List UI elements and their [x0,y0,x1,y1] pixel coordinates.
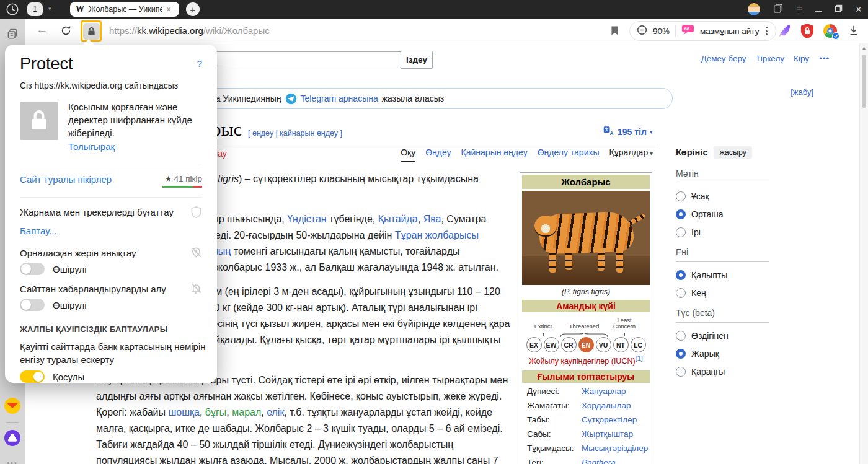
adblock-settings-link[interactable]: Баптау... [20,225,57,236]
svg-text:66: 66 [684,26,689,32]
article-link[interactable]: шошқа [168,407,199,418]
profile-avatar[interactable] [748,3,760,15]
collections-icon[interactable] [773,2,784,16]
article-link[interactable]: Қытайда [378,214,418,224]
reload-icon[interactable] [60,25,72,39]
menu-icon[interactable]: ≡ [796,4,802,14]
radio-button[interactable] [676,209,686,219]
telegram-link[interactable]: Telegram арнасына [301,94,378,103]
status-link[interactable]: Жойылу қаупіндегілер (IUCN) [529,357,635,366]
tab-panels-icon[interactable] [4,26,20,42]
header-link[interactable]: Кіру [794,54,809,63]
tab-close-icon[interactable]: × [166,5,171,14]
radio-option[interactable]: Орташа [676,209,769,219]
radio-button[interactable] [676,227,686,237]
zoom-out-icon[interactable] [637,25,647,38]
radio-label: Жарық [691,349,719,359]
taxonomy-value[interactable]: Мысықтәрізділер [582,444,648,453]
radio-button[interactable] [676,191,686,201]
site-lock-icon[interactable] [83,23,100,40]
back-icon[interactable]: ← [36,23,48,37]
restore-icon[interactable] [835,4,843,15]
radio-option[interactable]: Өздігінен [676,331,769,341]
radio-option[interactable]: Қараңғы [676,367,769,377]
browser-sync-icon[interactable] [823,24,837,38]
wiki-search-button[interactable]: Іздеу [401,51,433,69]
appearance-hide-button[interactable]: жасыру [714,146,752,159]
article-link[interactable]: Үндістан [287,214,327,224]
history-icon[interactable] [6,2,19,19]
site-rating[interactable]: ★41 пікір [165,174,202,183]
minimize-icon[interactable] [814,4,822,15]
scroll-up-arrow[interactable]: ▲ [860,45,868,51]
taxonomy-value[interactable]: Жыртқыштар [582,429,633,439]
wiki-more-options[interactable]: ••• [819,54,830,63]
address-bar[interactable]: https://kk.wikipedia.org/wiki/Жолбарыс [109,25,270,36]
status-label-extinct: Extinct [528,323,558,330]
bank-warning-toggle[interactable] [20,370,45,383]
location-toggle[interactable] [20,263,45,275]
taxobox: Жолбарыс (P. tigris tigris) Амандық күйі… [520,172,652,464]
title-edit-links[interactable]: [ өңдеу | қайнарын өңдеу ] [248,129,342,138]
radio-button[interactable] [676,270,686,280]
page-scrollbar[interactable]: ▲ [859,43,868,464]
taxonomy-label: Тегі: [527,458,582,464]
radio-option[interactable]: Қалыпты [676,270,769,280]
taxonomy-value[interactable]: Сүтқоректілер [582,415,637,424]
scroll-thumb[interactable] [862,55,866,108]
pill-more-icon[interactable] [764,27,769,35]
taxonomy-label: Табы: [527,415,582,424]
read-aloud-button[interactable]: мазмұнын айту [700,27,759,36]
tiger-photo[interactable] [522,191,650,285]
radio-option[interactable]: Кең [676,288,769,298]
taxonomy-value[interactable]: Хордалылар [582,401,631,410]
header-link[interactable]: Демеу беру [701,54,746,63]
view-tab[interactable]: Өңдеу [425,147,451,161]
status-label-least-concern: Least Concern [609,317,640,330]
article-link[interactable]: елік [267,407,284,418]
bookmark-icon[interactable] [611,25,619,38]
adblock-label: Жарнама мен трекерлерді бұғаттау [20,207,174,217]
view-tab[interactable]: Оқу [401,147,415,162]
header-link[interactable]: Тіркелу [756,54,785,63]
pen-extension-icon[interactable] [777,23,793,41]
taxonomy-value[interactable]: Жануарлар [582,387,626,396]
new-tab-button[interactable]: + [186,2,200,16]
radio-button[interactable] [676,367,686,377]
close-window-icon[interactable]: × [855,4,862,15]
notifications-toggle[interactable] [20,299,45,311]
browser-tab[interactable]: W Жолбарыс — Уикипедия × [70,2,179,17]
read-aloud-icon: 66 [681,24,694,38]
tab-counter[interactable]: 1 [27,2,43,16]
browser-tab-bar: 1 ▾ W Жолбарыс — Уикипедия × + ≡ × [0,0,868,19]
view-tab[interactable]: Өңделу тарихы [538,147,600,161]
article-link[interactable]: Ява [423,214,441,224]
article-link[interactable]: марал [232,407,261,418]
article-link[interactable]: Тұран жолбарысы [395,230,479,240]
rail-more-icon[interactable]: ••• [4,455,20,464]
banner-close-link[interactable]: [жабу] [790,87,813,97]
radio-button[interactable] [676,331,686,341]
browser-window: 1 ▾ W Жолбарыс — Уикипедия × + ≡ × + [0,0,868,464]
status-ref[interactable]: [1] [636,354,643,362]
adblock-shield-icon[interactable] [800,23,815,42]
view-tab[interactable]: Құралдар [609,147,653,161]
radio-button[interactable] [676,349,686,359]
language-selector[interactable]: A 195 тіл ▾ [603,126,652,138]
article-link[interactable]: бұғы [205,407,227,418]
zoom-level[interactable]: 90% [653,27,670,36]
view-tab[interactable]: Қайнарын өңдеу [461,147,528,161]
taxonomy-value[interactable]: Panthera [582,458,616,464]
tab-list-chevron-icon[interactable]: ▾ [48,6,51,12]
protect-help-link[interactable]: ? [197,58,202,69]
site-reviews-link[interactable]: Сайт туралы пікірлер [20,174,112,185]
radio-label: Ірі [691,227,701,237]
radio-option[interactable]: Жарық [676,349,769,359]
alice-assistant-icon[interactable] [4,430,20,446]
connection-more-link[interactable]: Толығырақ [68,141,115,152]
downloads-icon[interactable] [848,25,859,38]
yandex-mail-icon[interactable] [4,398,20,414]
radio-option[interactable]: Ұсақ [676,191,769,201]
radio-button[interactable] [676,288,686,298]
radio-option[interactable]: Ірі [676,227,769,237]
